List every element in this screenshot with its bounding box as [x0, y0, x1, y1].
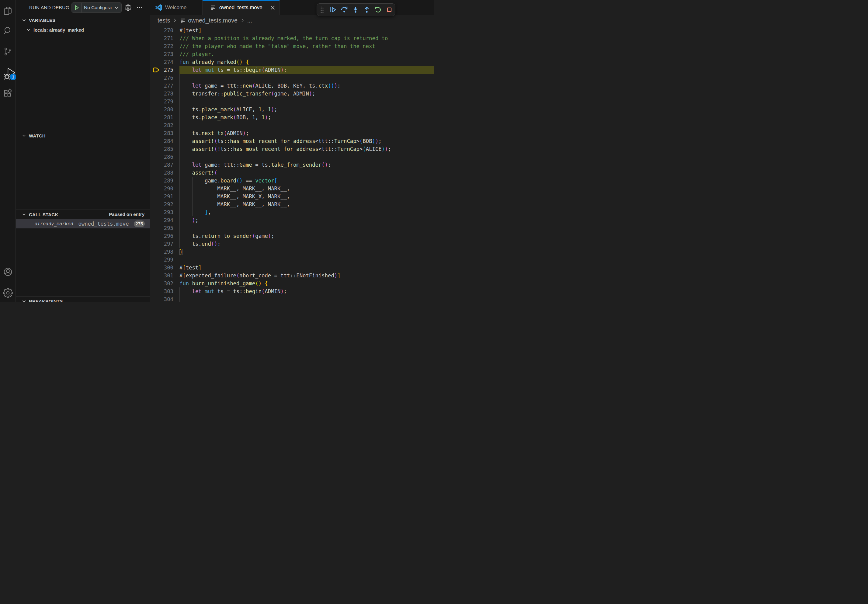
line-number[interactable]: 302 — [150, 279, 174, 287]
line-number[interactable]: 297 — [150, 240, 174, 248]
line-number[interactable]: 303 — [150, 287, 174, 295]
debug-config-dropdown[interactable]: No Configura — [71, 2, 122, 13]
code-area[interactable]: 270#[test]271/// When a position is alre… — [150, 26, 434, 302]
sidebar-item-search[interactable] — [0, 23, 16, 38]
code-line-300[interactable]: 300#[test] — [150, 264, 434, 272]
line-number[interactable]: 271 — [150, 34, 174, 42]
line-number[interactable]: 289 — [150, 177, 174, 184]
breadcrumb-symbol[interactable]: ... — [247, 17, 252, 24]
line-number[interactable]: 282 — [150, 121, 174, 129]
line-number[interactable]: 270 — [150, 26, 174, 34]
code-line-297[interactable]: 297 ts.end(); — [150, 240, 434, 248]
line-number[interactable]: 298 — [150, 248, 174, 256]
code-line-304[interactable]: 304 — [150, 295, 434, 302]
code-line-295[interactable]: 295 — [150, 224, 434, 232]
line-number[interactable]: 275 — [150, 66, 174, 74]
code-line-277[interactable]: 277 let game = ttt::new(ALICE, BOB, KEY,… — [150, 82, 434, 90]
debug-step-over-button[interactable] — [338, 4, 350, 16]
line-number[interactable]: 293 — [150, 208, 174, 216]
line-number[interactable]: 301 — [150, 272, 174, 279]
code-line-273[interactable]: 273/// player. — [150, 50, 434, 58]
account-button[interactable] — [0, 264, 16, 280]
line-number[interactable]: 300 — [150, 264, 174, 272]
line-number[interactable]: 277 — [150, 82, 174, 90]
code-line-299[interactable]: 299 — [150, 256, 434, 264]
code-line-270[interactable]: 270#[test] — [150, 26, 434, 34]
code-line-279[interactable]: 279 — [150, 98, 434, 105]
drag-grip-icon[interactable] — [317, 4, 327, 16]
code-line-298[interactable]: 298} — [150, 248, 434, 256]
debug-step-out-button[interactable] — [361, 4, 372, 16]
code-line-271[interactable]: 271/// When a position is already marked… — [150, 34, 434, 42]
line-number[interactable]: 304 — [150, 295, 174, 302]
tab-welcome[interactable]: Welcome — [150, 0, 203, 15]
tab-owned-tests-move[interactable]: owned_tests.move — [203, 0, 280, 15]
line-number[interactable]: 292 — [150, 200, 174, 208]
line-number[interactable]: 281 — [150, 113, 174, 121]
line-number[interactable]: 291 — [150, 192, 174, 200]
code-line-303[interactable]: 303 let mut ts = ts::begin(ADMIN); — [150, 287, 434, 295]
code-line-290[interactable]: 290 MARK__, MARK__, MARK__, — [150, 184, 434, 192]
sidebar-item-source-control[interactable] — [0, 43, 16, 59]
sidebar-item-run-and-debug[interactable]: 1 — [0, 65, 16, 80]
line-number[interactable]: 283 — [150, 129, 174, 137]
line-number[interactable]: 273 — [150, 50, 174, 58]
code-line-278[interactable]: 278 transfer::public_transfer(game, ADMI… — [150, 90, 434, 98]
code-line-282[interactable]: 282 — [150, 121, 434, 129]
code-line-275[interactable]: 275 let mut ts = ts::begin(ADMIN); — [150, 66, 434, 74]
line-number[interactable]: 296 — [150, 232, 174, 240]
debug-settings-gear-icon[interactable] — [124, 4, 132, 11]
variables-scope-row[interactable]: locals: already_marked — [16, 25, 150, 35]
line-number[interactable]: 295 — [150, 224, 174, 232]
code-line-276[interactable]: 276 — [150, 74, 434, 82]
settings-button[interactable] — [0, 285, 16, 301]
debug-step-into-button[interactable] — [350, 4, 361, 16]
section-watch[interactable]: WATCH — [16, 131, 150, 141]
sidebar-item-explorer[interactable] — [0, 3, 16, 19]
code-line-274[interactable]: 274fun already_marked() { — [150, 58, 434, 66]
debug-restart-button[interactable] — [372, 4, 383, 16]
line-number[interactable]: 294 — [150, 216, 174, 224]
section-variables[interactable]: VARIABLES — [16, 15, 150, 25]
breadcrumb-file[interactable]: owned_tests.move — [188, 17, 237, 24]
debug-continue-button[interactable] — [327, 4, 338, 16]
line-number[interactable]: 288 — [150, 169, 174, 177]
code-line-289[interactable]: 289 game.board() == vector[ — [150, 177, 434, 184]
sidebar-item-extensions[interactable] — [0, 85, 16, 101]
code-line-294[interactable]: 294 ); — [150, 216, 434, 224]
line-number[interactable]: 274 — [150, 58, 174, 66]
line-number[interactable]: 280 — [150, 105, 174, 113]
breadcrumb-folder[interactable]: tests — [158, 17, 170, 24]
section-call-stack[interactable]: CALL STACK Paused on entry — [16, 209, 150, 219]
code-line-286[interactable]: 286 — [150, 153, 434, 161]
call-stack-frame-row[interactable]: already_marked owned_tests.move 275 — [16, 219, 150, 228]
line-number[interactable]: 276 — [150, 74, 174, 82]
code-line-272[interactable]: 272/// the player who made the "false" m… — [150, 42, 434, 50]
debug-stop-button[interactable] — [383, 4, 395, 16]
code-line-285[interactable]: 285 assert!(!ts::has_most_recent_for_add… — [150, 145, 434, 153]
code-line-296[interactable]: 296 ts.return_to_sender(game); — [150, 232, 434, 240]
code-line-281[interactable]: 281 ts.place_mark(BOB, 1, 1); — [150, 113, 434, 121]
line-number[interactable]: 286 — [150, 153, 174, 161]
line-number[interactable]: 279 — [150, 98, 174, 105]
code-line-301[interactable]: 301#[expected_failure(abort_code = ttt::… — [150, 272, 434, 279]
code-line-302[interactable]: 302fun burn_unfinished_game() { — [150, 279, 434, 287]
code-line-292[interactable]: 292 MARK__, MARK__, MARK__, — [150, 200, 434, 208]
line-number[interactable]: 290 — [150, 184, 174, 192]
line-number[interactable]: 278 — [150, 90, 174, 98]
code-line-283[interactable]: 283 ts.next_tx(ADMIN); — [150, 129, 434, 137]
code-line-293[interactable]: 293 ], — [150, 208, 434, 216]
more-actions-icon[interactable] — [136, 4, 143, 11]
line-number[interactable]: 285 — [150, 145, 174, 153]
line-number[interactable]: 284 — [150, 137, 174, 145]
code-line-280[interactable]: 280 ts.place_mark(ALICE, 1, 1); — [150, 105, 434, 113]
code-line-287[interactable]: 287 let game: ttt::Game = ts.take_from_s… — [150, 161, 434, 169]
line-number[interactable]: 272 — [150, 42, 174, 50]
line-number[interactable]: 299 — [150, 256, 174, 264]
code-line-291[interactable]: 291 MARK__, MARK_X, MARK__, — [150, 192, 434, 200]
close-icon[interactable] — [270, 5, 276, 10]
section-breakpoints[interactable]: BREAKPOINTS — [16, 296, 150, 302]
code-line-288[interactable]: 288 assert!( — [150, 169, 434, 177]
debug-start-button[interactable] — [72, 3, 82, 12]
code-line-284[interactable]: 284 assert!(ts::has_most_recent_for_addr… — [150, 137, 434, 145]
